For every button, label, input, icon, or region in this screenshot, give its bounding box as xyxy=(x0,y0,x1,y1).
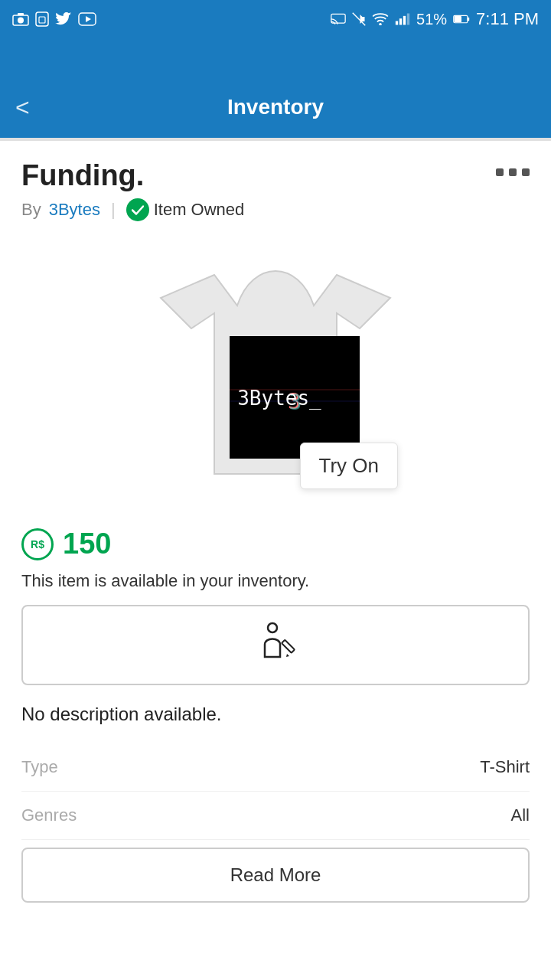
by-line: By 3Bytes | Item Owned xyxy=(21,198,530,221)
back-button[interactable]: < xyxy=(15,93,30,122)
item-title: Funding. xyxy=(21,159,144,192)
item-price: 150 xyxy=(63,528,111,560)
creator-link[interactable]: 3Bytes xyxy=(49,200,100,220)
try-on-button[interactable]: Try On xyxy=(300,443,398,489)
mute-icon xyxy=(352,12,366,26)
status-left-icons xyxy=(12,11,96,27)
dot-3 xyxy=(522,168,530,176)
read-more-button[interactable]: Read More xyxy=(21,848,530,903)
dot-1 xyxy=(496,168,504,176)
header-area: × < Inventory xyxy=(0,38,551,138)
svg-point-1 xyxy=(18,18,24,24)
svg-point-9 xyxy=(379,23,382,25)
owned-check-icon xyxy=(126,198,149,221)
svg-marker-6 xyxy=(86,16,91,22)
tshirt-image: 3 3 3Bytes_ Try On xyxy=(138,237,413,512)
content-area: Funding. By 3Bytes | Item Owned xyxy=(0,141,551,921)
cast-icon xyxy=(331,12,346,26)
close-row: × xyxy=(0,38,551,77)
svg-rect-10 xyxy=(396,21,398,25)
robux-icon: R$ xyxy=(21,528,54,560)
wear-icon xyxy=(254,622,297,668)
item-preview-container: 3 3 3Bytes_ Try On xyxy=(21,237,530,512)
price-row: R$ 150 xyxy=(21,528,530,560)
svg-rect-3 xyxy=(36,12,48,26)
svg-rect-12 xyxy=(403,16,406,25)
wifi-icon xyxy=(372,13,389,25)
page-title: Inventory xyxy=(227,95,324,119)
type-value: T-Shirt xyxy=(480,757,530,777)
action-button[interactable] xyxy=(21,605,530,685)
genres-value: All xyxy=(511,805,530,825)
owned-label: Item Owned xyxy=(154,200,245,220)
type-label: Type xyxy=(21,757,58,777)
signal-icon xyxy=(395,12,410,26)
status-time: 7:11 PM xyxy=(476,9,539,29)
item-header-row: Funding. xyxy=(21,159,530,192)
twitter-icon xyxy=(55,12,72,26)
svg-text:R$: R$ xyxy=(31,538,44,550)
sim-icon xyxy=(35,11,49,27)
svg-text:3Bytes_: 3Bytes_ xyxy=(237,387,321,410)
separator: | xyxy=(111,200,116,220)
svg-rect-11 xyxy=(399,18,402,24)
svg-point-24 xyxy=(268,623,277,632)
dot-2 xyxy=(509,168,517,176)
availability-text: This item is available in your inventory… xyxy=(21,571,530,591)
title-row: < Inventory xyxy=(0,77,551,138)
svg-rect-13 xyxy=(407,14,409,25)
youtube-icon xyxy=(78,12,96,26)
type-row: Type T-Shirt xyxy=(21,743,530,792)
status-right-icons: 51% 7:11 PM xyxy=(331,9,539,29)
svg-rect-4 xyxy=(39,17,45,23)
svg-rect-16 xyxy=(455,16,461,22)
try-on-label: Try On xyxy=(319,454,379,477)
svg-rect-2 xyxy=(18,13,24,15)
genres-row: Genres All xyxy=(21,792,530,840)
description-text: No description available. xyxy=(21,704,530,725)
battery-percentage: 51% xyxy=(416,11,447,28)
owned-badge: Item Owned xyxy=(126,198,245,221)
more-options-dots[interactable] xyxy=(496,168,530,176)
svg-rect-25 xyxy=(282,640,295,653)
status-bar: 51% 7:11 PM xyxy=(0,0,551,38)
genres-label: Genres xyxy=(21,805,77,825)
svg-rect-15 xyxy=(468,18,469,21)
details-table: Type T-Shirt Genres All xyxy=(21,743,530,840)
by-prefix: By xyxy=(21,200,41,220)
camera-icon xyxy=(12,12,29,26)
battery-icon xyxy=(453,14,470,24)
